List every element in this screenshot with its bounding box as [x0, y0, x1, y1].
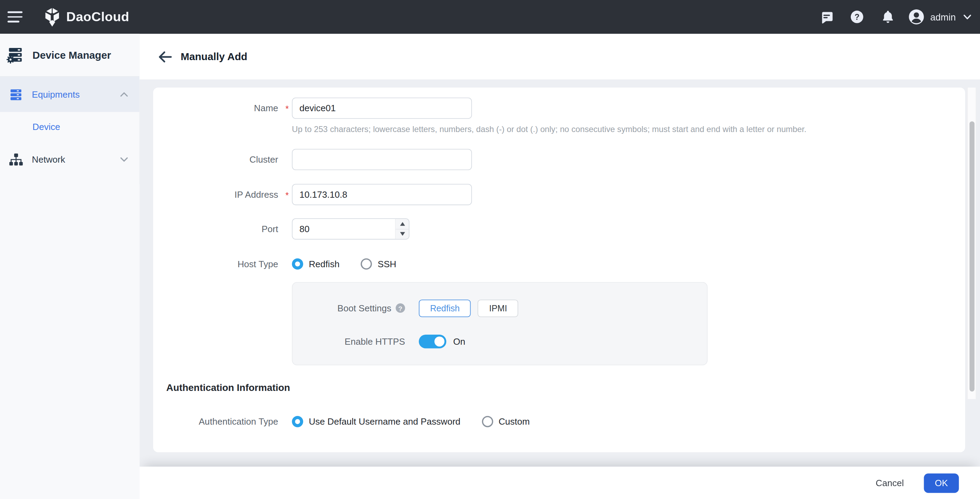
scrollbar-track[interactable] [967, 88, 977, 399]
auth-type-label: Authentication Type [153, 411, 278, 432]
sidebar-item-label: Equipments [32, 89, 80, 99]
app-window: DaoCloud ? [0, 0, 980, 499]
cluster-input[interactable] [292, 149, 472, 170]
https-toggle[interactable] [419, 334, 446, 348]
name-helper-text: Up to 253 characters; lowercase letters,… [292, 124, 966, 134]
host-type-option-label[interactable]: Redfish [309, 259, 340, 269]
network-icon [9, 152, 23, 166]
name-input[interactable] [292, 98, 472, 119]
menu-icon[interactable] [8, 11, 22, 22]
name-row: Name* [153, 98, 965, 119]
sidebar-title: Device Manager [0, 34, 139, 76]
boot-option-ipmi-button[interactable]: IPMI [478, 299, 519, 317]
enable-https-row: Enable HTTPS On [293, 334, 707, 348]
back-arrow-icon[interactable] [158, 50, 172, 64]
daocloud-logo-icon [44, 7, 61, 27]
auth-type-radio-custom[interactable] [482, 416, 493, 427]
brand-name: DaoCloud [66, 10, 129, 24]
sidebar-item-device[interactable]: Device [0, 112, 139, 142]
sidebar-item-network[interactable]: Network [0, 142, 139, 177]
host-type-row: Host Type Redfish SSH [153, 253, 965, 274]
avatar-icon [908, 9, 925, 25]
auth-type-option-label[interactable]: Custom [499, 417, 530, 427]
cluster-label: Cluster [153, 149, 278, 170]
brand: DaoCloud [44, 7, 129, 27]
help-icon[interactable]: ? [850, 10, 864, 24]
required-asterisk: * [285, 98, 289, 120]
auth-type-radio-default[interactable] [292, 416, 303, 427]
auth-type-option-label[interactable]: Use Default Username and Password [309, 417, 460, 427]
device-manager-icon [6, 46, 24, 64]
host-type-radio-ssh[interactable] [361, 258, 372, 269]
top-navbar: DaoCloud ? [0, 0, 980, 34]
name-label: Name* [153, 98, 278, 119]
sidebar-item-equipments[interactable]: Equipments [0, 77, 139, 112]
chevron-up-icon [120, 92, 128, 97]
form-card: Name* Up to 253 characters; lowercase le… [153, 88, 965, 452]
username: admin [930, 11, 956, 22]
ip-row: IP Address* [153, 184, 965, 205]
auth-type-row: Authentication Type Use Default Username… [153, 411, 965, 432]
page-title: Manually Add [181, 51, 247, 62]
required-asterisk: * [285, 185, 289, 206]
navbar-actions: ? admin [803, 9, 971, 25]
https-toggle-state: On [453, 336, 465, 346]
sidebar: Device Manager Equipments [0, 34, 139, 499]
stepper-up-icon[interactable] [396, 219, 409, 230]
host-type-option-label[interactable]: SSH [378, 259, 396, 269]
stepper-down-icon[interactable] [396, 230, 409, 239]
svg-text:?: ? [854, 13, 859, 22]
sidebar-subitem-label: Device [33, 122, 60, 132]
sidebar-title-label: Device Manager [33, 49, 111, 61]
footer-action-bar: Cancel OK [139, 467, 980, 499]
port-input[interactable] [292, 218, 409, 239]
enable-https-label: Enable HTTPS [293, 336, 405, 346]
equipments-icon [9, 87, 23, 102]
ok-button[interactable]: OK [924, 473, 959, 493]
cluster-row: Cluster [153, 149, 965, 170]
boot-settings-panel: Boot Settings ? Redfish IPMI Enable HTTP… [292, 282, 708, 365]
cancel-button[interactable]: Cancel [870, 473, 910, 493]
ip-label: IP Address* [153, 184, 278, 205]
boot-settings-row: Boot Settings ? Redfish IPMI [293, 299, 707, 317]
chevron-down-icon [120, 157, 128, 162]
port-label: Port [153, 218, 278, 239]
host-type-label: Host Type [153, 253, 278, 274]
scrollbar-thumb[interactable] [970, 121, 974, 392]
bell-icon[interactable] [881, 10, 894, 24]
user-menu[interactable]: admin [908, 9, 972, 25]
sidebar-item-label: Network [32, 155, 65, 165]
host-type-radio-redfish[interactable] [292, 258, 303, 269]
page-header: Manually Add [139, 34, 980, 79]
sidebar-menu: Equipments Device [0, 77, 139, 177]
auth-section-heading: Authentication Information [166, 382, 965, 393]
main-content: Manually Add Name* Up to 253 characters;… [139, 34, 980, 499]
chevron-down-icon [963, 14, 971, 20]
port-row: Port [153, 218, 965, 239]
boot-option-redfish-button[interactable]: Redfish [419, 299, 471, 317]
ip-input[interactable] [292, 184, 472, 205]
port-stepper [395, 219, 409, 239]
chat-icon[interactable] [819, 10, 834, 24]
boot-settings-label: Boot Settings ? [293, 303, 405, 313]
boot-help-icon[interactable]: ? [396, 303, 405, 313]
